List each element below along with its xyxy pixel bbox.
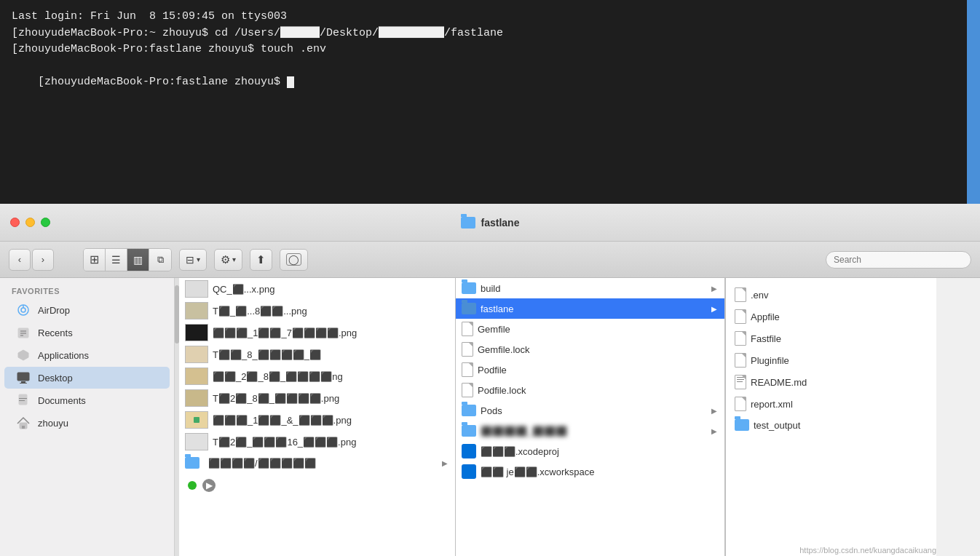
close-button[interactable] xyxy=(10,218,20,227)
sidebar-item-recents[interactable]: Recents xyxy=(4,322,170,343)
right-file-panel[interactable]: .env Appfile Fastfile Pluginfile xyxy=(725,278,936,556)
file-row-xcworkspace[interactable]: ⬛⬛ je⬛⬛.xcworkspace xyxy=(456,461,724,482)
recents-label: Recents xyxy=(38,327,73,338)
file-row[interactable]: ⬛⬛⬛_1⬛⬛_7⬛⬛⬛⬛.png xyxy=(179,322,455,343)
left-file-panel[interactable]: QC_⬛...x.png T⬛_⬛...8⬛⬛...png ⬛⬛⬛_1⬛⬛_7⬛… xyxy=(179,278,456,556)
sidebar-item-documents[interactable]: Documents xyxy=(4,389,170,411)
share-button[interactable]: ⬆ xyxy=(250,249,272,271)
file-thumbnail xyxy=(185,433,208,450)
file-row-podfile[interactable]: Podfile xyxy=(456,360,724,380)
file-name: T⬛2⬛_⬛⬛⬛16_⬛⬛⬛.png xyxy=(213,437,449,448)
main-content: Favorites AirDrop xyxy=(0,278,980,556)
folder-icon xyxy=(462,425,476,437)
middle-file-panel[interactable]: build ▶ fastlane ▶ Gemfile Gemfile.l xyxy=(456,278,725,556)
group-button[interactable]: ⊟ ▾ xyxy=(179,249,207,271)
minimize-button[interactable] xyxy=(25,218,35,227)
file-row[interactable]: ⬛⬛⬛_1⬛⬛_&_⬛⬛⬛.png xyxy=(179,409,455,431)
maximize-button[interactable] xyxy=(41,218,50,227)
file-row-fastfile[interactable]: Fastfile xyxy=(726,327,936,349)
file-icon xyxy=(735,287,746,302)
icon-view-button[interactable]: ⊞ xyxy=(84,249,106,271)
file-row-readme[interactable]: README.md xyxy=(726,371,936,393)
settings-chevron: ▾ xyxy=(232,255,236,263)
file-name: ⬛⬛⬛_1⬛⬛_7⬛⬛⬛⬛.png xyxy=(213,327,449,338)
file-row[interactable]: T⬛⬛_8_⬛⬛⬛⬛_⬛ xyxy=(179,343,455,365)
svg-rect-8 xyxy=(21,381,25,383)
file-row[interactable]: ⬛⬛_2⬛_8⬛_⬛⬛⬛⬛ng xyxy=(179,365,455,387)
folder-icon-selected xyxy=(462,303,476,314)
file-row-test-output[interactable]: test_output xyxy=(726,415,936,435)
file-row-fastlane[interactable]: fastlane ▶ xyxy=(456,298,724,319)
documents-icon xyxy=(16,393,31,408)
documents-label: Documents xyxy=(38,395,86,406)
search-input[interactable] xyxy=(826,251,971,269)
file-row-gemfile[interactable]: Gemfile xyxy=(456,319,724,339)
file-row[interactable]: T⬛2⬛_⬛⬛⬛16_⬛⬛⬛.png xyxy=(179,431,455,453)
gear-icon: ⚙ xyxy=(221,253,230,266)
svg-rect-11 xyxy=(19,398,27,399)
back-button[interactable]: ‹ xyxy=(9,249,31,271)
nav-buttons: ‹ › xyxy=(9,249,54,271)
sidebar-item-zhouyu[interactable]: zhouyu xyxy=(4,412,170,434)
file-name: fastlane xyxy=(481,303,707,314)
file-name: Gemfile.lock xyxy=(478,344,719,355)
file-row[interactable]: T⬛_⬛...8⬛⬛...png xyxy=(179,300,455,322)
file-name: T⬛⬛_8_⬛⬛⬛⬛_⬛ xyxy=(213,349,449,360)
expand-button[interactable]: ▶ xyxy=(202,479,216,492)
settings-button[interactable]: ⚙ ▾ xyxy=(214,249,242,271)
toolbar: ‹ › ⊞ ☰ ▥ ⧉ ⊟ ▾ xyxy=(0,242,980,278)
file-row-pods[interactable]: Pods ▶ xyxy=(456,400,724,421)
title-folder-icon xyxy=(461,217,475,229)
file-thumbnail xyxy=(185,280,208,298)
column-view-button[interactable]: ▥ xyxy=(127,249,149,271)
svg-rect-7 xyxy=(17,373,29,381)
folder-icon xyxy=(462,405,476,416)
arrow-icon: ▶ xyxy=(442,459,449,467)
folder-icon xyxy=(735,419,749,431)
sidebar-item-airdrop[interactable]: AirDrop xyxy=(4,299,170,321)
terminal-line-3: [zhouyudeMacBook-Pro:fastlane zhouyu$ to… xyxy=(12,41,968,58)
file-row[interactable]: QC_⬛...x.png xyxy=(179,278,455,300)
file-row-pluginfile[interactable]: Pluginfile xyxy=(726,349,936,371)
file-row-gemfile-lock[interactable]: Gemfile.lock xyxy=(456,339,724,360)
arrow-icon: ▶ xyxy=(711,427,719,435)
group-chevron: ▾ xyxy=(197,255,200,263)
file-row-podfile-lock[interactable]: Podfile.lock xyxy=(456,380,724,400)
svg-rect-14 xyxy=(22,426,25,429)
tag-button[interactable]: ◯ xyxy=(280,249,308,271)
file-icon xyxy=(735,331,746,346)
file-row-env[interactable]: .env xyxy=(726,284,936,306)
terminal-sidebar-strip xyxy=(967,0,980,204)
file-thumbnail xyxy=(185,389,208,407)
file-row-xcodeproj[interactable]: ⬛⬛⬛.xcodeproj xyxy=(456,441,724,461)
terminal-window[interactable]: Last login: Fri Jun 8 15:09:45 on ttys00… xyxy=(0,0,980,204)
file-row[interactable]: ⬛⬛⬛⬛/⬛⬛⬛⬛⬛ ▶ xyxy=(179,453,455,473)
file-name: ⬛⬛⬛.xcodeproj xyxy=(481,446,719,457)
zhouyu-label: zhouyu xyxy=(38,418,68,429)
file-row-build[interactable]: build ▶ xyxy=(456,278,724,298)
terminal-cursor xyxy=(287,76,294,88)
arrow-icon: ▶ xyxy=(711,407,719,415)
sidebar-item-applications[interactable]: Applications xyxy=(4,344,170,366)
file-name: Fastfile xyxy=(751,333,928,344)
svg-rect-9 xyxy=(20,383,27,384)
grid-icon: ⊞ xyxy=(90,253,99,266)
terminal-line-1: Last login: Fri Jun 8 15:09:45 on ttys00… xyxy=(12,9,968,25)
file-row[interactable]: T⬛2⬛_8⬛_⬛⬛⬛⬛.png xyxy=(179,387,455,409)
file-name: T⬛2⬛_8⬛_⬛⬛⬛⬛.png xyxy=(213,393,449,404)
applications-icon xyxy=(16,348,31,362)
file-row-appfile[interactable]: Appfile xyxy=(726,306,936,327)
file-row-report[interactable]: report.xml xyxy=(726,393,936,415)
gallery-view-button[interactable]: ⧉ xyxy=(149,249,171,271)
file-name: .env xyxy=(751,290,928,301)
window-title: fastlane xyxy=(461,217,520,229)
sidebar-item-desktop[interactable]: Desktop xyxy=(4,367,170,389)
list-view-button[interactable]: ☰ xyxy=(106,249,127,271)
forward-button[interactable]: › xyxy=(32,249,54,271)
file-icon xyxy=(462,362,473,377)
file-name: QC_⬛...x.png xyxy=(213,284,449,295)
sidebar: Favorites AirDrop xyxy=(0,278,175,556)
home-icon xyxy=(16,416,31,430)
file-row-blurred1[interactable]: ⬛⬛⬛⬛_⬛⬛⬛ ▶ xyxy=(456,421,724,441)
green-status-dot xyxy=(188,481,197,490)
